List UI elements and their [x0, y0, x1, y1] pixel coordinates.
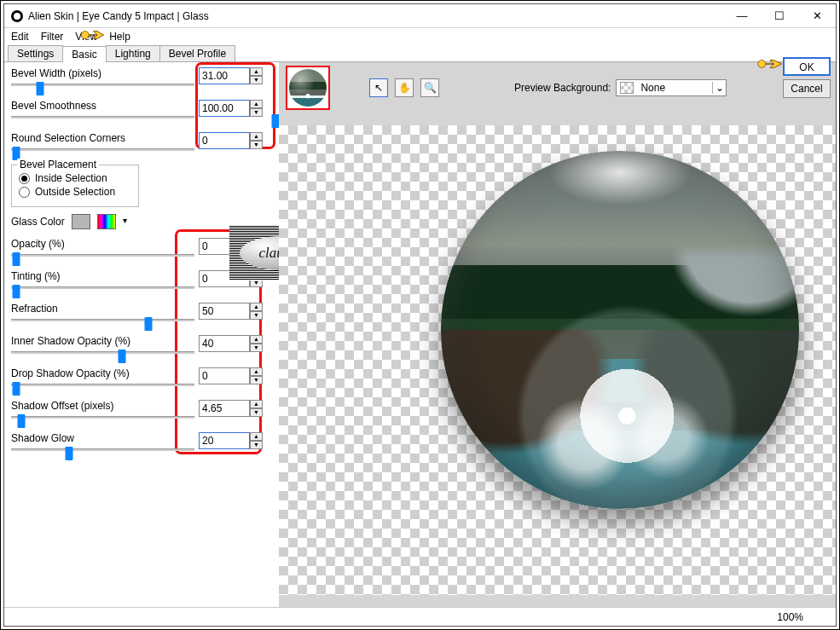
slider-shadow-glow[interactable] [11, 448, 194, 451]
minimize-button[interactable]: — [723, 4, 761, 27]
preview-background-select[interactable]: None ⌄ [616, 79, 727, 96]
slider-drop-shadow[interactable] [11, 384, 194, 386]
slider-thumb[interactable] [66, 447, 73, 460]
label-preview-background: Preview Background: [514, 82, 611, 94]
slider-thumb[interactable] [37, 82, 44, 95]
menu-view[interactable]: View [75, 31, 97, 43]
chevron-down-icon: ⌄ [712, 82, 726, 94]
status-bar: 100% [4, 607, 836, 626]
menu-bar: Edit Filter View Help [4, 28, 836, 45]
maximize-button[interactable]: ☐ [761, 4, 798, 27]
spinner[interactable]: ▲▼ [250, 367, 263, 384]
preset-thumbnail[interactable] [286, 66, 330, 110]
spinner[interactable]: ▲▼ [250, 132, 263, 149]
slider-thumb[interactable] [13, 382, 20, 396]
input-shadow-offset[interactable] [199, 400, 250, 417]
checker-icon [620, 82, 634, 94]
close-button[interactable]: ✕ [798, 4, 836, 27]
glass-color-picker[interactable] [97, 214, 116, 229]
tab-bar: Settings Basic Lighting Bevel Profile [4, 45, 836, 62]
zoom-tool-icon[interactable]: 🔍 [420, 78, 439, 97]
spinner[interactable]: ▲▼ [250, 335, 263, 352]
slider-tinting[interactable] [11, 286, 194, 289]
slider-thumb[interactable] [119, 350, 126, 363]
cancel-button[interactable]: Cancel [783, 79, 831, 98]
slider-inner-shadow[interactable] [11, 351, 194, 354]
menu-edit[interactable]: Edit [11, 31, 29, 43]
preview-area[interactable] [279, 113, 836, 607]
radio-outside-selection[interactable]: Outside Selection [19, 186, 131, 198]
slider-opacity[interactable] [11, 254, 194, 257]
pointer-tool-icon[interactable]: ↖ [369, 78, 388, 97]
spinner[interactable]: ▲▼ [250, 432, 263, 449]
slider-thumb[interactable] [13, 285, 20, 298]
glass-color-swatch[interactable] [72, 214, 90, 229]
tab-bevel-profile[interactable]: Bevel Profile [159, 45, 235, 61]
tab-settings[interactable]: Settings [8, 45, 63, 61]
bevel-placement-group: Bevel Placement Inside Selection Outside… [11, 165, 139, 207]
tab-basic[interactable]: Basic [62, 46, 106, 62]
app-icon [11, 10, 23, 22]
input-shadow-glow[interactable] [199, 432, 250, 449]
slider-bevel-smoothness[interactable] [11, 116, 194, 118]
spinner[interactable]: ▲▼ [250, 400, 263, 417]
legend-bevel-placement: Bevel Placement [17, 159, 99, 171]
input-bevel-width[interactable] [199, 67, 250, 84]
input-inner-shadow[interactable] [199, 335, 250, 352]
input-refraction[interactable] [199, 303, 250, 320]
input-bevel-smoothness[interactable] [199, 100, 250, 117]
slider-refraction[interactable] [11, 319, 194, 321]
spinner[interactable]: ▲▼ [250, 303, 263, 320]
slider-thumb[interactable] [13, 252, 20, 266]
label-glass-color: Glass Color [11, 216, 65, 228]
menu-filter[interactable]: Filter [41, 31, 64, 43]
slider-round-corners[interactable] [11, 148, 194, 151]
slider-thumb[interactable] [18, 414, 26, 428]
hand-tool-icon[interactable]: ✋ [395, 78, 414, 97]
spinner[interactable]: ▲▼ [250, 67, 263, 84]
ok-button[interactable]: OK [783, 57, 831, 76]
slider-shadow-offset[interactable] [11, 416, 194, 419]
input-round-corners[interactable] [199, 132, 250, 149]
tab-lighting[interactable]: Lighting [106, 45, 160, 61]
spinner[interactable]: ▲▼ [250, 100, 263, 117]
slider-thumb[interactable] [145, 317, 153, 331]
input-drop-shadow[interactable] [199, 367, 250, 384]
menu-help[interactable]: Help [109, 31, 130, 43]
glass-sphere-preview [441, 151, 799, 509]
title-bar: Alien Skin | Eye Candy 5 Impact | Glass … [4, 4, 836, 28]
settings-panel: Bevel Width (pixels) ▲▼ Bevel Smoothness [4, 62, 279, 607]
zoom-level: 100% [777, 611, 803, 623]
radio-inside-selection[interactable]: Inside Selection [19, 172, 131, 184]
window-title: Alien Skin | Eye Candy 5 Impact | Glass [28, 10, 723, 22]
